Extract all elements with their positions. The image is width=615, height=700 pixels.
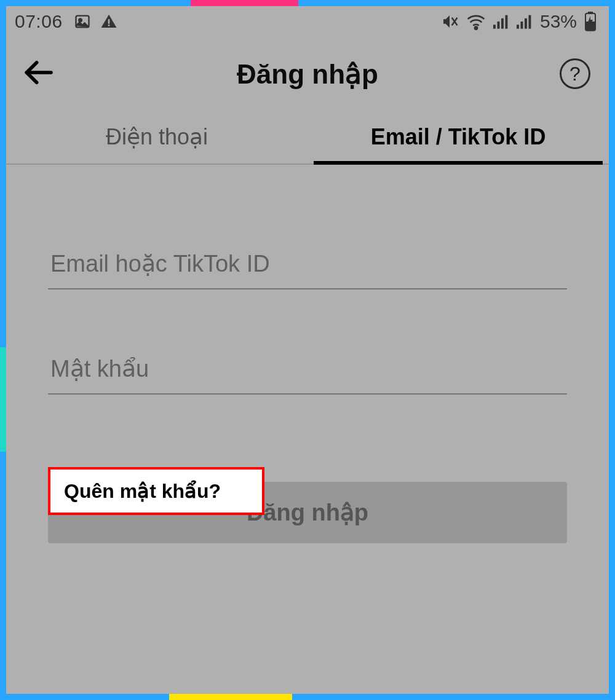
status-bar: 07:06 xyxy=(6,6,609,37)
tab-phone[interactable]: Điện thoại xyxy=(6,111,308,163)
svg-rect-2 xyxy=(108,19,109,24)
forgot-password-link[interactable]: Quên mật khẩu? xyxy=(48,467,264,515)
svg-rect-13 xyxy=(525,18,527,29)
svg-rect-9 xyxy=(501,18,504,29)
login-tabs: Điện thoại Email / TikTok ID xyxy=(6,111,609,165)
forgot-password-area xyxy=(48,395,567,467)
border-seg xyxy=(292,694,615,700)
wifi-icon xyxy=(466,13,486,30)
border-seg xyxy=(0,347,6,452)
status-clock: 07:06 xyxy=(15,11,63,32)
svg-point-1 xyxy=(79,18,82,22)
svg-rect-11 xyxy=(517,25,519,29)
border-seg xyxy=(0,694,169,700)
battery-text: 53% xyxy=(540,11,577,32)
svg-point-6 xyxy=(475,27,477,29)
app-header: Đăng nhập ? xyxy=(6,37,609,111)
svg-rect-12 xyxy=(520,22,523,29)
border-seg xyxy=(169,694,292,700)
border-seg xyxy=(0,0,191,6)
vibrate-mute-icon xyxy=(440,12,459,31)
email-field[interactable] xyxy=(48,251,567,289)
forgot-password-label: Quên mật khẩu? xyxy=(64,479,221,503)
svg-rect-16 xyxy=(588,12,593,14)
svg-rect-7 xyxy=(493,25,496,29)
border-seg xyxy=(0,452,6,700)
warning-icon xyxy=(100,12,118,31)
question-icon: ? xyxy=(569,63,581,85)
border-seg xyxy=(609,0,615,700)
phone-screen: 07:06 xyxy=(6,6,609,694)
page-title: Đăng nhập xyxy=(237,58,378,90)
tab-label: Email / TikTok ID xyxy=(371,124,546,150)
svg-rect-14 xyxy=(528,15,531,29)
signal-icon xyxy=(517,14,533,29)
border-seg xyxy=(298,0,615,6)
border-seg xyxy=(0,0,6,347)
svg-rect-3 xyxy=(108,25,109,26)
image-icon xyxy=(74,13,91,30)
tab-email[interactable]: Email / TikTok ID xyxy=(308,111,609,163)
help-button[interactable]: ? xyxy=(560,58,590,89)
border-seg xyxy=(191,0,298,6)
signal-icon xyxy=(493,14,509,29)
back-button[interactable] xyxy=(21,55,55,92)
tab-label: Điện thoại xyxy=(106,124,208,150)
battery-charging-icon xyxy=(584,12,597,31)
password-field[interactable] xyxy=(48,356,567,395)
tutorial-frame: 07:06 xyxy=(0,0,615,700)
svg-rect-8 xyxy=(497,22,499,29)
svg-rect-10 xyxy=(505,15,507,29)
